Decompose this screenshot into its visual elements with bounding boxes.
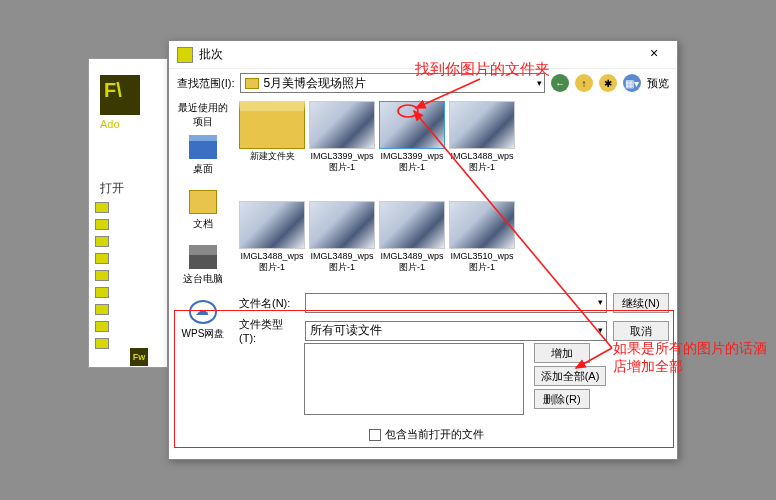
thumb-item[interactable]: IMGL3488_wps图片-1 <box>239 201 305 273</box>
back-icon[interactable]: ← <box>551 74 569 92</box>
checkbox[interactable] <box>369 429 381 441</box>
file-icon <box>95 219 109 230</box>
thumb-item[interactable]: IMGL3399_wps图片-1 <box>379 101 445 173</box>
thumb-item[interactable]: IMGL3488_wps图片-1 <box>449 101 515 173</box>
recent-items-label: 最近使用的项目 <box>175 101 231 129</box>
add-all-button[interactable]: 添加全部(A) <box>534 366 606 386</box>
batch-buttons: 增加 添加全部(A) 删除(R) <box>534 343 606 412</box>
checkbox-label: 包含当前打开的文件 <box>385 427 484 442</box>
search-in-label: 查找范围(I): <box>177 76 234 91</box>
photo-thumb <box>239 201 305 249</box>
photo-thumb <box>379 201 445 249</box>
adobe-label: Ado <box>100 118 120 130</box>
pc-icon <box>189 245 217 269</box>
chevron-down-icon: ▾ <box>537 78 542 88</box>
app-icon <box>177 47 193 63</box>
wps-item[interactable]: WPS网盘 <box>175 300 231 341</box>
close-button[interactable]: × <box>639 45 669 65</box>
thispc-item[interactable]: 这台电脑 <box>175 245 231 286</box>
photo-thumb <box>309 201 375 249</box>
batch-dialog: 批次 × 查找范围(I): 5月美博会现场照片 ▾ ← ↑ ✱ ▦▾ 预览 最近… <box>168 40 678 460</box>
cloud-icon <box>189 300 217 324</box>
folder-icon <box>245 78 259 89</box>
photo-thumb <box>309 101 375 149</box>
file-icon <box>95 304 109 315</box>
desktop-item[interactable]: 桌面 <box>175 135 231 176</box>
form-area: 文件名(N): ▾ 继续(N) 文件类型(T): 所有可读文件▾ 取消 <box>239 293 669 348</box>
folder-name: 5月美博会现场照片 <box>263 75 366 92</box>
file-icon <box>95 287 109 298</box>
fireworks-small-badge: Fw <box>130 348 148 366</box>
view-icon[interactable]: ▦▾ <box>623 74 641 92</box>
thumb-folder[interactable]: 新建文件夹 <box>239 101 305 173</box>
continue-button[interactable]: 继续(N) <box>613 293 669 313</box>
up-icon[interactable]: ↑ <box>575 74 593 92</box>
file-icon <box>95 270 109 281</box>
thumb-item[interactable]: IMGL3399_wps图片-1 <box>309 101 375 173</box>
filetype-select[interactable]: 所有可读文件▾ <box>305 321 607 341</box>
filename-label: 文件名(N): <box>239 296 299 311</box>
places-sidebar: 最近使用的项目 桌面 文档 这台电脑 WPS网盘 <box>175 101 231 355</box>
cancel-button[interactable]: 取消 <box>613 321 669 341</box>
annotation-2: 如果是所有的图片的话酒店增加全部 <box>613 340 776 376</box>
include-open-files-row[interactable]: 包含当前打开的文件 <box>369 427 484 442</box>
thumb-item[interactable]: IMGL3489_wps图片-1 <box>309 201 375 273</box>
desktop-icon <box>189 135 217 159</box>
file-icon <box>95 202 109 213</box>
preview-label: 预览 <box>647 76 669 91</box>
file-icon <box>95 236 109 247</box>
thumb-item[interactable]: IMGL3489_wps图片-1 <box>379 201 445 273</box>
delete-button[interactable]: 删除(R) <box>534 389 590 409</box>
filetype-label: 文件类型(T): <box>239 317 299 344</box>
open-label: 打开 <box>100 180 124 197</box>
file-icon <box>95 338 109 349</box>
new-folder-icon[interactable]: ✱ <box>599 74 617 92</box>
file-icon <box>95 253 109 264</box>
photo-thumb <box>449 101 515 149</box>
fireworks-logo: F\ <box>100 75 140 115</box>
batch-listbox[interactable] <box>304 343 524 415</box>
file-icon <box>95 321 109 332</box>
folder-icon <box>239 101 305 149</box>
annotation-1: 找到你图片的文件夹 <box>415 60 550 79</box>
photo-thumb <box>379 101 445 149</box>
thumbnails-row2: IMGL3488_wps图片-1 IMGL3489_wps图片-1 IMGL34… <box>239 201 609 273</box>
add-button[interactable]: 增加 <box>534 343 590 363</box>
filename-input[interactable]: ▾ <box>305 293 607 313</box>
photo-thumb <box>449 201 515 249</box>
thumb-item[interactable]: IMGL3510_wps图片-1 <box>449 201 515 273</box>
thumbnails-row1: 新建文件夹 IMGL3399_wps图片-1 IMGL3399_wps图片-1 … <box>239 101 609 173</box>
chevron-down-icon: ▾ <box>598 297 603 307</box>
documents-icon <box>189 190 217 214</box>
chevron-down-icon: ▾ <box>598 325 603 335</box>
recent-files <box>95 200 150 353</box>
documents-item[interactable]: 文档 <box>175 190 231 231</box>
